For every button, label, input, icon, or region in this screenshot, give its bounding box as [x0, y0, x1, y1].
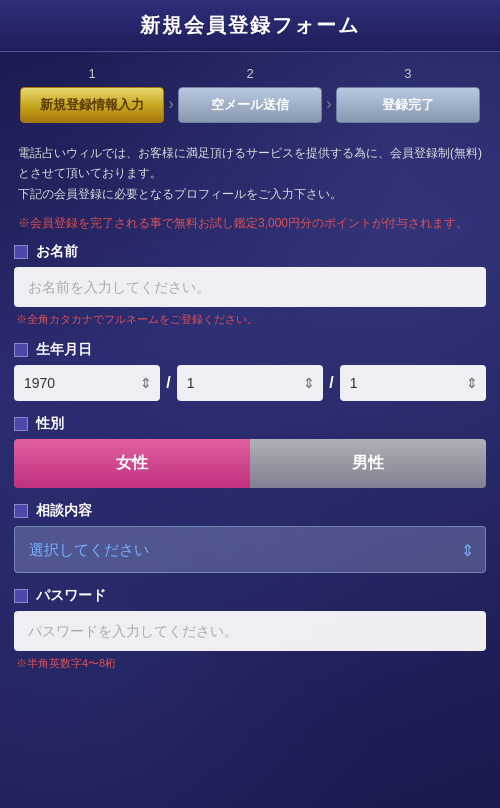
- month-select[interactable]: 1 2 3: [177, 365, 323, 401]
- name-label: お名前: [36, 243, 78, 261]
- step-3-button[interactable]: 登録完了: [336, 87, 480, 123]
- gender-section: 性別 女性 男性: [14, 415, 486, 488]
- step-2-number: 2: [246, 66, 253, 81]
- step-2-button[interactable]: 空メール送信: [178, 87, 322, 123]
- gender-label: 性別: [36, 415, 64, 433]
- step-divider-2: ›: [322, 95, 335, 113]
- step-3-number: 3: [404, 66, 411, 81]
- female-button[interactable]: 女性: [14, 439, 250, 488]
- birthday-section: 生年月日 1970 1971 1969 ⇕ / 1 2 3: [14, 341, 486, 401]
- step-divider-1: ›: [164, 95, 177, 113]
- gender-label-row: 性別: [14, 415, 486, 433]
- consultation-checkbox-icon: [14, 504, 28, 518]
- name-label-row: お名前: [14, 243, 486, 261]
- step-1-button[interactable]: 新規登録情報入力: [20, 87, 164, 123]
- month-wrapper: 1 2 3 ⇕: [177, 365, 323, 401]
- day-select[interactable]: 1 2 3: [340, 365, 486, 401]
- consultation-section: 相談内容 選択してください 恋愛 仕事 家族 ⇕: [14, 502, 486, 573]
- male-button[interactable]: 男性: [250, 439, 486, 488]
- birthday-label: 生年月日: [36, 341, 92, 359]
- consultation-select[interactable]: 選択してください 恋愛 仕事 家族: [14, 526, 486, 573]
- consultation-label: 相談内容: [36, 502, 92, 520]
- gender-checkbox-icon: [14, 417, 28, 431]
- consultation-wrapper: 選択してください 恋愛 仕事 家族 ⇕: [14, 526, 486, 573]
- birthday-row: 1970 1971 1969 ⇕ / 1 2 3 ⇕ /: [14, 365, 486, 401]
- slash-1: /: [166, 374, 170, 392]
- step-1-number: 1: [89, 66, 96, 81]
- password-label-row: パスワード: [14, 587, 486, 605]
- birthday-checkbox-icon: [14, 343, 28, 357]
- password-input[interactable]: [14, 611, 486, 651]
- password-section: パスワード ※半角英数字4〜8桁: [14, 587, 486, 671]
- form-body: お名前 ※全角カタカナでフルネームをご登録ください。 生年月日 1970 197…: [0, 243, 500, 671]
- highlight-text: ※会員登録を完了される事で無料お試し鑑定3,000円分のポイントが付与されます。: [0, 212, 500, 243]
- step-2: 2 空メール送信: [178, 66, 322, 123]
- steps-container: 1 新規登録情報入力 › 2 空メール送信 › 3 登録完了: [0, 52, 500, 133]
- password-note: ※半角英数字4〜8桁: [14, 656, 486, 671]
- step-1: 1 新規登録情報入力: [20, 66, 164, 123]
- year-select[interactable]: 1970 1971 1969: [14, 365, 160, 401]
- birthday-label-row: 生年月日: [14, 341, 486, 359]
- step-3: 3 登録完了: [336, 66, 480, 123]
- day-wrapper: 1 2 3 ⇕: [340, 365, 486, 401]
- header: 新規会員登録フォーム: [0, 0, 500, 52]
- name-section: お名前 ※全角カタカナでフルネームをご登録ください。: [14, 243, 486, 327]
- page-wrapper: 新規会員登録フォーム 1 新規登録情報入力 › 2 空メール送信 › 3 登録完…: [0, 0, 500, 808]
- password-label: パスワード: [36, 587, 106, 605]
- gender-row: 女性 男性: [14, 439, 486, 488]
- name-checkbox-icon: [14, 245, 28, 259]
- password-checkbox-icon: [14, 589, 28, 603]
- info-text: 電話占いウィルでは、お客様に満足頂けるサービスを提供する為に、会員登録制(無料)…: [0, 133, 500, 212]
- name-note: ※全角カタカナでフルネームをご登録ください。: [14, 312, 486, 327]
- consultation-label-row: 相談内容: [14, 502, 486, 520]
- name-input[interactable]: [14, 267, 486, 307]
- year-wrapper: 1970 1971 1969 ⇕: [14, 365, 160, 401]
- page-title: 新規会員登録フォーム: [20, 12, 480, 39]
- slash-2: /: [329, 374, 333, 392]
